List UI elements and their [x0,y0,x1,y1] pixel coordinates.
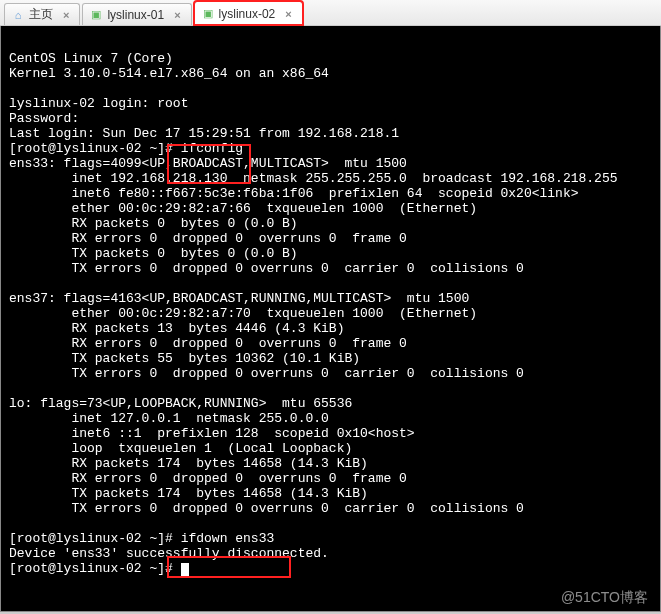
terminal-line: [root@lyslinux-02 ~]# ifdown ens33 [9,531,274,546]
terminal-line: TX packets 55 bytes 10362 (10.1 KiB) [9,351,360,366]
home-icon: ⌂ [11,8,25,22]
close-icon[interactable]: × [285,8,291,20]
terminal-line: TX errors 0 dropped 0 overruns 0 carrier… [9,501,524,516]
terminal-line: lyslinux-02 login: root [9,96,188,111]
tab-bar: ⌂ 主页 × ▣ lyslinux-01 × ▣ lyslinux-02 × [0,0,661,26]
tab-home[interactable]: ⌂ 主页 × [4,3,80,25]
terminal-line: RX packets 13 bytes 4446 (4.3 KiB) [9,321,344,336]
terminal-line: RX errors 0 dropped 0 overruns 0 frame 0 [9,471,407,486]
terminal-line: RX errors 0 dropped 0 overruns 0 frame 0 [9,336,407,351]
terminal-line: Last login: Sun Dec 17 15:29:51 from 192… [9,126,399,141]
close-icon[interactable]: × [63,9,69,21]
terminal-line: inet 127.0.0.1 netmask 255.0.0.0 [9,411,329,426]
terminal-line: TX errors 0 dropped 0 overruns 0 carrier… [9,366,524,381]
cursor-icon [181,563,189,576]
terminal-line: Device 'ens33' successfully disconnected… [9,546,329,561]
terminal-line: inet6 fe80::f667:5c3e:f6ba:1f06 prefixle… [9,186,579,201]
terminal-line: inet6 ::1 prefixlen 128 scopeid 0x10<hos… [9,426,415,441]
terminal-icon: ▣ [201,7,215,21]
terminal-line: loop txqueuelen 1 (Local Loopback) [9,441,352,456]
terminal-line: [root@lyslinux-02 ~]# [9,561,181,576]
tab-label: lyslinux-01 [107,8,164,22]
terminal-line: CentOS Linux 7 (Core) [9,51,173,66]
terminal-line: [root@lyslinux-02 ~]# ifconfig [9,141,243,156]
terminal-line: TX errors 0 dropped 0 overruns 0 carrier… [9,261,524,276]
terminal-icon: ▣ [89,8,103,22]
terminal-line: RX packets 0 bytes 0 (0.0 B) [9,216,298,231]
terminal-line: TX packets 0 bytes 0 (0.0 B) [9,246,298,261]
close-icon[interactable]: × [174,9,180,21]
terminal-line: ens37: flags=4163<UP,BROADCAST,RUNNING,M… [9,291,469,306]
terminal-line: RX packets 174 bytes 14658 (14.3 KiB) [9,456,368,471]
tab-lyslinux-01[interactable]: ▣ lyslinux-01 × [82,3,191,25]
terminal-line: Password: [9,111,79,126]
terminal-pane[interactable]: CentOS Linux 7 (Core) Kernel 3.10.0-514.… [0,26,661,612]
terminal-line: TX packets 174 bytes 14658 (14.3 KiB) [9,486,368,501]
terminal-line: RX errors 0 dropped 0 overruns 0 frame 0 [9,231,407,246]
watermark: @51CTO博客 [561,590,648,605]
terminal-line: ether 00:0c:29:82:a7:70 txqueuelen 1000 … [9,306,477,321]
tab-label: 主页 [29,6,53,23]
terminal-line: Kernel 3.10.0-514.el7.x86_64 on an x86_6… [9,66,329,81]
terminal-line: lo: flags=73<UP,LOOPBACK,RUNNING> mtu 65… [9,396,352,411]
tab-label: lyslinux-02 [219,7,276,21]
terminal-line: ether 00:0c:29:82:a7:66 txqueuelen 1000 … [9,201,477,216]
tab-lyslinux-02[interactable]: ▣ lyslinux-02 × [194,1,303,25]
terminal-line: ens33: flags=4099<UP,BROADCAST,MULTICAST… [9,156,407,171]
terminal-line: inet 192.168.218.130 netmask 255.255.255… [9,171,618,186]
